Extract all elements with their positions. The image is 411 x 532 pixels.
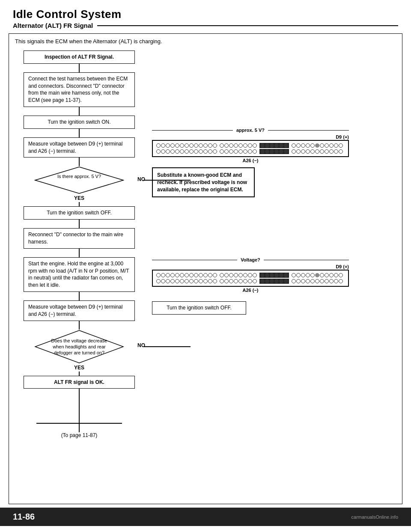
svg-text:defogger are turned on?: defogger are turned on? bbox=[54, 350, 104, 355]
no-branch1-label: Substitute a known-good ECM and recheck.… bbox=[157, 172, 247, 193]
connector5 bbox=[79, 202, 80, 206]
c13 bbox=[213, 143, 217, 148]
no2-label: NO bbox=[137, 342, 145, 348]
c8 bbox=[189, 143, 194, 148]
left-column: Inspection of ALT FR Signal. Connect the… bbox=[15, 51, 143, 438]
c1 bbox=[156, 143, 161, 148]
voltage-label-text: Voltage? bbox=[241, 257, 260, 262]
a26-label1: A26 (−) bbox=[152, 158, 349, 163]
approx-line-right bbox=[268, 130, 349, 131]
step2-box: Connect the test harness between the ECM… bbox=[24, 72, 135, 107]
step3-label: Turn the ignition switch ON. bbox=[48, 119, 111, 125]
main-content: This signals the ECM when the Alternator… bbox=[9, 33, 402, 504]
connector2 bbox=[79, 107, 80, 116]
right-column: approx. 5 V? D9 (+) bbox=[152, 51, 396, 315]
page-title: Idle Control System bbox=[13, 8, 398, 21]
step8-label: Measure voltage between D9 (+) terminal … bbox=[28, 304, 122, 317]
step6-label: Reconnect "D" connector to the main wire… bbox=[28, 232, 123, 245]
c14 bbox=[220, 143, 224, 148]
c24 bbox=[301, 143, 305, 148]
step7-label: Start the engine. Hold the engine at 3,0… bbox=[28, 261, 129, 288]
c5 bbox=[175, 143, 179, 148]
d9-label1: D9 (+) bbox=[152, 134, 349, 140]
flow-area: Inspection of ALT FR Signal. Connect the… bbox=[15, 51, 396, 438]
connector-footer2 bbox=[79, 424, 80, 432]
ecm-circles-group1 bbox=[156, 143, 217, 148]
c12 bbox=[208, 143, 212, 148]
c32 bbox=[339, 143, 343, 148]
c2 bbox=[161, 143, 165, 148]
c23 bbox=[296, 143, 301, 148]
voltage-line-left bbox=[152, 260, 237, 260]
step5-label: Turn the ignition switch OFF. bbox=[47, 210, 112, 216]
section-title-bar: Alternator (ALT) FR Signal bbox=[13, 22, 398, 29]
ch5 bbox=[279, 143, 283, 148]
footer-label: (To page 11-87) bbox=[61, 432, 98, 438]
ecm-diagram2 bbox=[152, 270, 349, 287]
diagram2-area: Voltage? D9 (+) bbox=[152, 257, 349, 315]
ecm-circles-group2b bbox=[220, 149, 257, 154]
step1-box: Inspection of ALT FR Signal. bbox=[24, 51, 135, 64]
connector1 bbox=[79, 64, 80, 72]
c21 bbox=[253, 143, 257, 148]
connector9 bbox=[79, 321, 80, 330]
connector-footer bbox=[79, 389, 80, 423]
ch3 bbox=[270, 143, 274, 148]
step6-box: Reconnect "D" connector to the main wire… bbox=[24, 228, 135, 249]
c4 bbox=[170, 143, 175, 148]
connector7 bbox=[79, 249, 80, 257]
page-header: Idle Control System Alternator (ALT) FR … bbox=[0, 0, 411, 29]
step1-label: Inspection of ALT FR Signal. bbox=[45, 54, 114, 60]
connector10 bbox=[79, 372, 80, 376]
c16 bbox=[229, 143, 233, 148]
ecm-row2 bbox=[156, 149, 345, 154]
connector6 bbox=[79, 220, 80, 228]
c29 bbox=[325, 143, 329, 148]
step9-label: ALT FR signal is OK. bbox=[54, 379, 104, 385]
svg-text:Does the voltage decrease: Does the voltage decrease bbox=[51, 338, 107, 343]
decision1-wrapper: Is there approx. 5 V? NO bbox=[24, 166, 135, 194]
ecm-circles-highlighted1 bbox=[259, 143, 289, 148]
ecm-row1 bbox=[156, 143, 345, 148]
a26-label2: A26 (−) bbox=[152, 288, 349, 293]
svg-text:Is there approx. 5 V?: Is there approx. 5 V? bbox=[57, 174, 101, 179]
c17 bbox=[234, 143, 238, 148]
ecm2-row2 bbox=[156, 279, 345, 284]
connector8 bbox=[79, 292, 80, 300]
c15 bbox=[224, 143, 229, 148]
voltage-line-right bbox=[264, 260, 349, 260]
page-number: 11-86 bbox=[13, 512, 35, 522]
yes2-label: YES bbox=[74, 365, 84, 371]
c22 bbox=[292, 143, 296, 148]
voltage-label-row: Voltage? bbox=[152, 257, 349, 262]
step2-label: Connect the test harness between the ECM… bbox=[28, 76, 128, 103]
ecm-circles-group4b bbox=[292, 149, 343, 154]
c6 bbox=[180, 143, 184, 148]
c20 bbox=[248, 143, 252, 148]
step8-box: Measure voltage between D9 (+) terminal … bbox=[24, 300, 135, 321]
footer-area: (To page 11-87) bbox=[24, 389, 135, 438]
d9-label2: D9 (+) bbox=[152, 264, 349, 269]
ch2 bbox=[265, 143, 269, 148]
c10 bbox=[199, 143, 203, 148]
intro-text: This signals the ECM when the Alternator… bbox=[15, 38, 396, 45]
page-container: Idle Control System Alternator (ALT) FR … bbox=[0, 0, 411, 532]
step3-box: Turn the ignition switch ON. bbox=[24, 116, 135, 129]
no-branch1-box: Substitute a known-good ECM and recheck.… bbox=[152, 167, 255, 197]
ch1 bbox=[260, 143, 265, 148]
ch4 bbox=[274, 143, 279, 148]
no-branch2-area: Turn the ignition switch OFF. bbox=[152, 301, 349, 315]
footer-bar: 11-86 carmanualsOnline.info bbox=[0, 508, 411, 526]
ecm2-highlight1 bbox=[259, 273, 289, 278]
c19 bbox=[243, 143, 247, 148]
ecm-circles-group4 bbox=[292, 143, 343, 148]
c18 bbox=[238, 143, 243, 148]
c7 bbox=[185, 143, 189, 148]
approx-label-row: approx. 5 V? bbox=[152, 128, 349, 133]
no-branch1-area: Substitute a known-good ECM and recheck.… bbox=[152, 167, 349, 197]
no1-label: NO bbox=[137, 176, 145, 182]
no2-hline bbox=[143, 346, 191, 347]
title-line bbox=[97, 25, 398, 26]
connector4 bbox=[79, 158, 80, 166]
svg-text:when headlights and rear: when headlights and rear bbox=[52, 344, 106, 349]
